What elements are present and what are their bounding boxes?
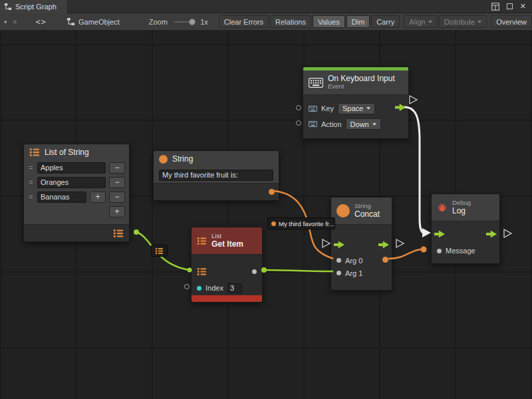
list-item-input[interactable] — [37, 192, 86, 203]
maximize-icon[interactable] — [507, 3, 513, 9]
list-input-port-icon[interactable] — [197, 267, 207, 276]
output-port-strip — [24, 224, 129, 241]
bug-icon — [437, 202, 448, 213]
node-list-of-string[interactable]: List of String = − = − = + − + — [23, 144, 130, 242]
tab-script-graph[interactable]: Script Graph — [0, 0, 68, 13]
index-input-port[interactable] — [197, 286, 201, 291]
node-body: Message — [432, 221, 499, 263]
remove-item-button[interactable]: − — [109, 177, 125, 188]
index-input[interactable] — [227, 283, 242, 293]
wire-getitem-to-arg1 — [264, 270, 333, 271]
list-preview-chip — [151, 245, 168, 257]
values-button[interactable]: Values — [313, 15, 345, 28]
arg1-input-port[interactable] — [336, 271, 341, 275]
breadcrumb-gameobject[interactable]: GameObject — [66, 17, 120, 26]
node-category: List — [211, 233, 243, 240]
overview-button[interactable]: Overview — [491, 15, 532, 28]
node-header: List of String — [24, 144, 129, 160]
node-concat[interactable]: String Concat Arg 0 Arg 1 — [331, 197, 392, 291]
tab-label: Script Graph — [15, 3, 57, 11]
zoom-label: Zoom — [149, 18, 168, 26]
info-icon[interactable] — [13, 17, 17, 27]
flow-arrowhead — [422, 228, 431, 237]
list-item-input[interactable] — [37, 162, 106, 174]
code-icon[interactable]: <> — [36, 17, 47, 27]
message-input-port[interactable] — [437, 249, 442, 253]
key-dropdown[interactable]: Space — [338, 103, 375, 114]
value-preview-text: My third favorite fr... — [279, 220, 334, 227]
window-layout-icon[interactable] — [491, 3, 499, 11]
dim-button[interactable]: Dim — [346, 15, 370, 28]
drag-handle-icon[interactable]: = — [28, 179, 34, 186]
unconnected-flow-triangle — [410, 96, 417, 104]
zoom-slider[interactable] — [174, 21, 194, 23]
node-title-block: List Get Item — [211, 233, 243, 249]
align-button[interactable]: Align — [404, 15, 437, 28]
list-item-row: = − — [24, 160, 129, 175]
align-label: Align — [409, 18, 425, 26]
distribute-label: Distribute — [444, 18, 475, 26]
node-header: On Keyboard Input Event — [303, 70, 408, 94]
unconnected-flow-triangle — [504, 229, 511, 237]
string-type-icon — [336, 204, 350, 217]
message-label: Message — [446, 247, 475, 255]
node-title: Concat — [354, 210, 380, 219]
distribute-button[interactable]: Distribute — [439, 15, 487, 28]
value-preview-chip: My third favorite fr... — [267, 217, 335, 229]
zoom-value: 1x — [200, 18, 208, 26]
list-icon — [197, 237, 207, 245]
add-item-button[interactable]: + — [109, 206, 125, 217]
drag-handle-icon[interactable]: = — [28, 194, 34, 201]
arg0-input-port[interactable] — [336, 258, 341, 263]
string-output-port[interactable] — [269, 189, 275, 195]
node-get-item[interactable]: List Get Item Index — [191, 227, 263, 303]
arg1-row: Arg 1 — [331, 267, 392, 279]
keycode-icon — [309, 106, 317, 112]
node-on-keyboard-input[interactable]: On Keyboard Input Event Key Space Action… — [303, 66, 409, 139]
list-output-port-icon[interactable] — [113, 229, 124, 238]
flow-input-port[interactable] — [334, 241, 344, 249]
node-category: Debug — [452, 200, 471, 207]
key-unconnected-port[interactable] — [296, 105, 301, 110]
index-unconnected-port[interactable] — [184, 284, 190, 289]
string-type-icon — [159, 155, 168, 164]
node-header: String Concat — [331, 198, 392, 224]
remove-item-button[interactable]: − — [109, 162, 125, 174]
lock-icon[interactable] — [4, 17, 7, 26]
node-title-block: Debug Log — [452, 200, 471, 216]
caret-down-icon — [428, 21, 432, 23]
node-title: Log — [452, 207, 471, 216]
flow-output-port[interactable] — [486, 230, 497, 239]
flow-input-port[interactable] — [434, 230, 445, 239]
item-output-port[interactable] — [252, 269, 257, 274]
flow-row — [432, 225, 499, 243]
remove-item-button[interactable]: + — [90, 192, 106, 203]
node-title: Get Item — [211, 240, 243, 249]
node-log[interactable]: Debug Log Message — [431, 194, 500, 264]
close-icon[interactable]: ✕ — [520, 3, 526, 10]
graph-canvas[interactable]: List of String = − = − = + − + Strin — [0, 31, 532, 399]
list-item-input[interactable] — [37, 177, 106, 188]
wire-cap — [421, 247, 427, 253]
drag-handle-icon[interactable]: = — [28, 164, 34, 172]
action-unconnected-port[interactable] — [296, 120, 301, 126]
relations-button[interactable]: Relations — [270, 15, 311, 28]
node-title-block: On Keyboard Input Event — [328, 74, 395, 91]
node-body: Index — [192, 254, 262, 295]
carry-button[interactable]: Carry — [371, 15, 400, 28]
caret-down-icon — [372, 123, 376, 126]
node-title: String — [172, 154, 193, 164]
keyboard-icon — [309, 78, 323, 88]
clear-errors-button[interactable]: Clear Errors — [219, 15, 269, 28]
result-output-port[interactable] — [382, 257, 388, 263]
node-string-literal[interactable]: String — [153, 150, 279, 201]
string-value-input[interactable] — [159, 170, 273, 181]
zoom-knob[interactable] — [189, 19, 196, 25]
flow-row — [331, 235, 392, 254]
action-dropdown[interactable]: Down — [346, 118, 381, 130]
string-value-row — [154, 167, 279, 183]
titlebar: Script Graph ✕ — [0, 0, 532, 13]
flow-output-port[interactable] — [378, 241, 389, 249]
list-icon — [155, 247, 164, 255]
remove-item-button[interactable]: − — [109, 192, 125, 203]
